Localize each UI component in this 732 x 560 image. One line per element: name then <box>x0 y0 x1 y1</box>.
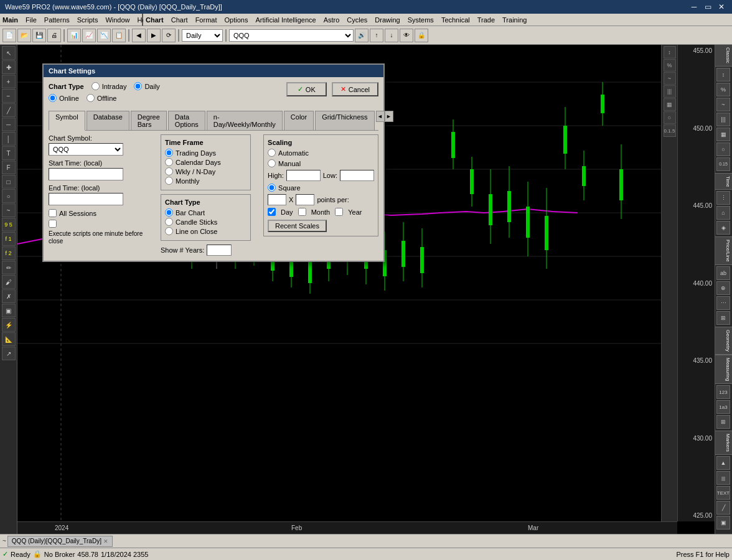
left-btn-pen[interactable]: ✏ <box>2 261 16 274</box>
left-btn-magnet[interactable]: ⚡ <box>2 318 16 332</box>
tab-color[interactable]: Color <box>284 111 314 130</box>
toolbar-btn-9[interactable]: ◀ <box>132 29 146 42</box>
day-checkbox[interactable] <box>268 208 276 216</box>
time-section-label[interactable]: Time <box>715 173 732 190</box>
time-btn-1[interactable]: ⋮ <box>716 191 730 205</box>
year-checkbox[interactable] <box>335 208 343 216</box>
manual-radio[interactable] <box>268 159 276 167</box>
left-btn-brush[interactable]: 🖌 <box>2 275 16 289</box>
menu-technical[interactable]: Technical <box>438 15 474 25</box>
menu-chart[interactable]: Chart <box>167 15 192 25</box>
end-time-input[interactable]: 2355 <box>49 193 123 205</box>
measuring-btn-1[interactable]: 123 <box>716 385 730 399</box>
toolbar-btn-lock[interactable]: 🔒 <box>415 29 428 42</box>
tab-grid[interactable]: Grid/Thickness <box>315 111 374 130</box>
left-btn-wave[interactable]: ~ <box>2 203 16 217</box>
chart-tab[interactable]: QQQ (Daily)[QQQ_Daily_TraDy] ✕ <box>7 536 113 547</box>
toolbar-btn-print[interactable]: 🖨 <box>47 29 61 42</box>
timeframe-dropdown[interactable]: Daily Weekly Monthly Intraday <box>182 29 223 42</box>
symbol-dropdown[interactable]: QQQ <box>229 29 354 42</box>
automatic-radio[interactable] <box>268 149 276 157</box>
markers-btn-5[interactable]: ▣ <box>716 516 730 530</box>
tab-nday[interactable]: n-Day/Weekly/Monthly <box>207 111 283 130</box>
all-sessions-checkbox[interactable] <box>49 209 57 217</box>
tab-data-options[interactable]: Data Options <box>168 111 205 130</box>
wkly-nday-radio[interactable] <box>165 167 173 175</box>
month-checkbox[interactable] <box>298 208 306 216</box>
left-btn-fib[interactable]: F <box>2 161 16 174</box>
chart-area[interactable]: 455.00 450.00 445.00 440.00 435.00 430.0… <box>17 45 715 534</box>
markers-btn-3[interactable]: TEXT <box>716 486 730 500</box>
toolbar-btn-5[interactable]: 📊 <box>67 29 81 42</box>
left-btn-pointer[interactable]: ↗ <box>2 347 16 360</box>
menu-cycles[interactable]: Cycles <box>343 15 371 25</box>
measuring-section-label[interactable]: Measuring <box>715 355 732 384</box>
menu-format[interactable]: Format <box>192 15 221 25</box>
menu-ai[interactable]: Artificial Intelligence <box>251 15 319 25</box>
daily-radio[interactable] <box>134 82 142 90</box>
execute-scripts-checkbox[interactable] <box>49 220 57 228</box>
square-radio[interactable] <box>268 184 276 192</box>
left-btn-trendline[interactable]: ╱ <box>2 103 16 117</box>
markers-btn-4[interactable]: ╱ <box>716 501 730 515</box>
line-on-close-radio[interactable] <box>165 227 173 235</box>
online-radio[interactable] <box>49 94 57 102</box>
intraday-radio[interactable] <box>92 82 100 90</box>
markers-section-label[interactable]: Markers <box>715 431 732 455</box>
menu-drawing[interactable]: Drawing <box>371 15 403 25</box>
toolbar-btn-6[interactable]: 📈 <box>82 29 96 42</box>
toolbar-btn-speaker[interactable]: 🔊 <box>355 29 368 42</box>
minimize-button[interactable]: ─ <box>688 1 700 12</box>
pts2-input[interactable]: 1 <box>296 194 314 205</box>
left-btn-zoom[interactable]: + <box>2 75 16 88</box>
recent-scales-button[interactable]: Recent Scales <box>268 220 327 232</box>
left-btn-rect[interactable]: □ <box>2 175 16 189</box>
price-btn-1[interactable]: ab <box>716 266 730 280</box>
menu-astro[interactable]: Astro <box>320 15 344 25</box>
pts1-input[interactable]: 1 <box>268 194 286 205</box>
far-right-btn-4[interactable]: ||| <box>716 113 730 126</box>
high-input[interactable]: 458.67 <box>286 170 321 181</box>
tab-nav-right[interactable]: ► <box>385 111 393 122</box>
left-btn-vline[interactable]: │ <box>2 132 16 146</box>
menu-options[interactable]: Options <box>220 15 251 25</box>
chart-tab-close[interactable]: ✕ <box>103 538 108 544</box>
toolbar-btn-8[interactable]: 📋 <box>112 29 126 42</box>
bar-chart-radio[interactable] <box>165 208 173 217</box>
close-button[interactable]: ✕ <box>716 1 727 12</box>
menu-file[interactable]: File <box>22 15 40 25</box>
classic-section-label[interactable]: Classic <box>715 45 732 67</box>
measuring-btn-3[interactable]: ⊞ <box>716 415 730 429</box>
menu-training[interactable]: Training <box>499 15 530 25</box>
left-btn-cross[interactable]: ✚ <box>2 60 16 74</box>
left-btn-measure[interactable]: 📐 <box>2 332 16 346</box>
ok-button[interactable]: ✓ OK <box>286 82 327 96</box>
markers-btn-1[interactable]: ▲ <box>716 456 730 470</box>
menu-scripts[interactable]: Scripts <box>73 15 102 25</box>
monthly-radio[interactable] <box>165 177 173 185</box>
left-btn-zoomout[interactable]: − <box>2 89 16 103</box>
price-btn-3[interactable]: ⋯ <box>716 296 730 310</box>
menu-trade[interactable]: Trade <box>474 15 499 25</box>
low-input[interactable]: 422.87 <box>340 170 374 181</box>
time-btn-3[interactable]: ◈ <box>716 221 730 235</box>
toolbar-btn-10[interactable]: ▶ <box>147 29 161 42</box>
left-btn-text[interactable]: T <box>2 146 16 160</box>
far-right-btn-3[interactable]: ~ <box>716 98 730 111</box>
show-years-input[interactable]: 0.20 <box>207 245 232 256</box>
menu-patterns[interactable]: Patterns <box>40 15 73 25</box>
toolbar-btn-11[interactable]: ⟳ <box>162 29 176 42</box>
toolbar-btn-eye[interactable]: 👁 <box>400 29 413 42</box>
left-btn-num[interactable]: 9 5 <box>2 218 16 231</box>
geometry-section-label[interactable]: Geometry <box>715 327 732 355</box>
offline-radio[interactable] <box>87 94 95 102</box>
toolbar-btn-down[interactable]: ↓ <box>385 29 398 42</box>
time-btn-2[interactable]: ⌂ <box>716 206 730 220</box>
toolbar-btn-save[interactable]: 💾 <box>32 29 46 42</box>
far-right-btn-1[interactable]: ↕ <box>716 68 730 82</box>
trading-days-radio[interactable] <box>165 149 173 157</box>
tab-degree-bars[interactable]: Degree Bars <box>131 111 167 130</box>
price-btn-2[interactable]: ⊕ <box>716 281 730 295</box>
markers-btn-2[interactable]: ||| <box>716 471 730 485</box>
price-btn-4[interactable]: ⊞ <box>716 311 730 325</box>
